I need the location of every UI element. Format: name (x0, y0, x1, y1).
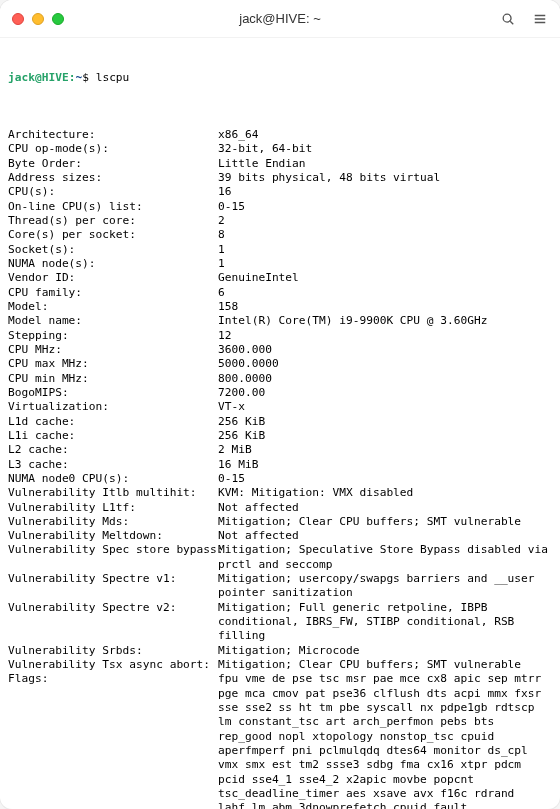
titlebar-actions (500, 11, 548, 27)
output-label: CPU(s): (8, 185, 218, 199)
output-value: 158 (218, 300, 552, 314)
output-row: Vulnerability Mds:Mitigation; Clear CPU … (8, 515, 552, 529)
output-label: Vulnerability Spec store bypass: (8, 543, 218, 557)
output-value: 1 (218, 243, 552, 257)
output-value: 2 (218, 214, 552, 228)
prompt-at: @ (35, 71, 42, 84)
output-value: Mitigation; Full generic retpoline, IBPB… (218, 601, 552, 644)
output-label: CPU min MHz: (8, 372, 218, 386)
output-label: Socket(s): (8, 243, 218, 257)
output-row: Model name:Intel(R) Core(TM) i9-9900K CP… (8, 314, 552, 328)
output-value: 16 MiB (218, 458, 552, 472)
window-title: jack@HIVE: ~ (0, 11, 560, 26)
output-row: Vulnerability L1tf:Not affected (8, 501, 552, 515)
prompt-user: jack (8, 71, 35, 84)
output-label: Virtualization: (8, 400, 218, 414)
output-value: x86_64 (218, 128, 552, 142)
output-row: BogoMIPS:7200.00 (8, 386, 552, 400)
output-value: 32-bit, 64-bit (218, 142, 552, 156)
terminal-window: jack@HIVE: ~ jack@HIVE:~$ lscpu Architec… (0, 0, 560, 809)
output-label: CPU family: (8, 286, 218, 300)
output-row: Virtualization:VT-x (8, 400, 552, 414)
output-label: Vendor ID: (8, 271, 218, 285)
typed-command: lscpu (96, 71, 130, 84)
output-row: Byte Order:Little Endian (8, 157, 552, 171)
output-row: Vulnerability Meltdown:Not affected (8, 529, 552, 543)
output-value: KVM: Mitigation: VMX disabled (218, 486, 552, 500)
output-label: L1d cache: (8, 415, 218, 429)
output-value: 8 (218, 228, 552, 242)
output-value: 2 MiB (218, 443, 552, 457)
output-label: Model: (8, 300, 218, 314)
svg-point-0 (503, 14, 511, 22)
output-row: Core(s) per socket:8 (8, 228, 552, 242)
minimize-icon[interactable] (32, 13, 44, 25)
output-value: VT-x (218, 400, 552, 414)
output-label: L2 cache: (8, 443, 218, 457)
output-value: 12 (218, 329, 552, 343)
output-label: CPU max MHz: (8, 357, 218, 371)
output-label: Vulnerability L1tf: (8, 501, 218, 515)
output-label: Architecture: (8, 128, 218, 142)
output-value: 256 KiB (218, 429, 552, 443)
prompt-symbol: $ (82, 71, 89, 84)
output-value: Mitigation; Clear CPU buffers; SMT vulne… (218, 515, 552, 529)
output-row: Flags:fpu vme de pse tsc msr pae mce cx8… (8, 672, 552, 809)
output-value: 0-15 (218, 200, 552, 214)
output-row: Vulnerability Tsx async abort:Mitigation… (8, 658, 552, 672)
output-row: CPU(s):16 (8, 185, 552, 199)
output-label: CPU op-mode(s): (8, 142, 218, 156)
output-row: Vulnerability Spectre v2:Mitigation; Ful… (8, 601, 552, 644)
maximize-icon[interactable] (52, 13, 64, 25)
output-value: Intel(R) Core(TM) i9-9900K CPU @ 3.60GHz (218, 314, 552, 328)
output-label: Vulnerability Spectre v2: (8, 601, 218, 615)
output-value: 39 bits physical, 48 bits virtual (218, 171, 552, 185)
output-row: L2 cache:2 MiB (8, 443, 552, 457)
output-label: Vulnerability Tsx async abort: (8, 658, 218, 672)
output-value: 7200.00 (218, 386, 552, 400)
close-icon[interactable] (12, 13, 24, 25)
output-row: CPU op-mode(s):32-bit, 64-bit (8, 142, 552, 156)
output-row: CPU min MHz:800.0000 (8, 372, 552, 386)
output-row: CPU max MHz:5000.0000 (8, 357, 552, 371)
output-label: NUMA node(s): (8, 257, 218, 271)
output-label: L1i cache: (8, 429, 218, 443)
output-row: Stepping:12 (8, 329, 552, 343)
output-row: Vulnerability Spectre v1:Mitigation; use… (8, 572, 552, 601)
output-label: Vulnerability Meltdown: (8, 529, 218, 543)
output-row: NUMA node0 CPU(s):0-15 (8, 472, 552, 486)
output-row: CPU MHz:3600.000 (8, 343, 552, 357)
output-label: CPU MHz: (8, 343, 218, 357)
search-icon[interactable] (500, 11, 516, 27)
terminal-body[interactable]: jack@HIVE:~$ lscpu Architecture:x86_64CP… (0, 38, 560, 809)
output-value: 256 KiB (218, 415, 552, 429)
output-label: BogoMIPS: (8, 386, 218, 400)
output-rows: Architecture:x86_64CPU op-mode(s):32-bit… (8, 128, 552, 809)
output-value: fpu vme de pse tsc msr pae mce cx8 apic … (218, 672, 552, 809)
output-value: 6 (218, 286, 552, 300)
output-label: Core(s) per socket: (8, 228, 218, 242)
output-row: Architecture:x86_64 (8, 128, 552, 142)
titlebar: jack@HIVE: ~ (0, 0, 560, 38)
output-label: Vulnerability Srbds: (8, 644, 218, 658)
output-label: Thread(s) per core: (8, 214, 218, 228)
output-label: Byte Order: (8, 157, 218, 171)
output-label: On-line CPU(s) list: (8, 200, 218, 214)
output-row: CPU family:6 (8, 286, 552, 300)
output-label: NUMA node0 CPU(s): (8, 472, 218, 486)
output-row: Socket(s):1 (8, 243, 552, 257)
output-value: 5000.0000 (218, 357, 552, 371)
output-row: L3 cache:16 MiB (8, 458, 552, 472)
output-row: L1d cache:256 KiB (8, 415, 552, 429)
output-row: Thread(s) per core:2 (8, 214, 552, 228)
prompt-line-1: jack@HIVE:~$ lscpu (8, 71, 552, 85)
output-row: L1i cache:256 KiB (8, 429, 552, 443)
output-label: Vulnerability Mds: (8, 515, 218, 529)
output-row: Vulnerability Itlb multihit:KVM: Mitigat… (8, 486, 552, 500)
output-row: Model:158 (8, 300, 552, 314)
output-value: GenuineIntel (218, 271, 552, 285)
svg-line-1 (510, 21, 513, 24)
output-row: Vulnerability Spec store bypass:Mitigati… (8, 543, 552, 572)
menu-icon[interactable] (532, 11, 548, 27)
output-row: Vendor ID:GenuineIntel (8, 271, 552, 285)
